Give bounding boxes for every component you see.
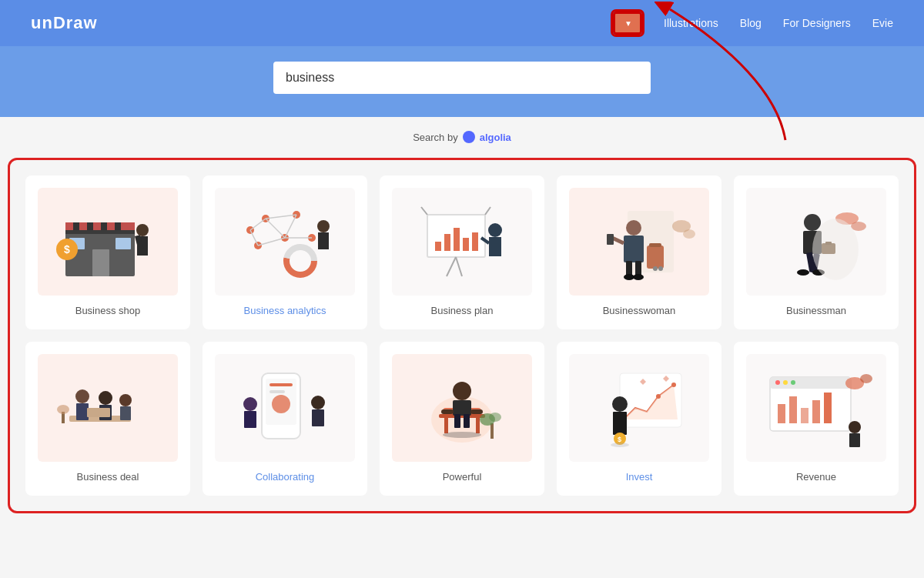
svg-rect-8 [92, 249, 109, 276]
svg-point-108 [656, 394, 661, 399]
logo: unDraw [31, 13, 98, 33]
algolia-icon [463, 131, 475, 143]
svg-rect-48 [649, 243, 661, 247]
svg-line-22 [266, 215, 296, 219]
svg-line-28 [250, 230, 258, 246]
card-invest[interactable]: $ Invest [557, 342, 721, 496]
revenue-svg [758, 362, 874, 454]
svg-rect-38 [435, 242, 441, 251]
business-shop-svg: $ [50, 195, 166, 288]
svg-point-129 [849, 421, 861, 433]
svg-rect-102 [464, 414, 470, 428]
invest-svg: $ [581, 362, 697, 454]
svg-rect-122 [778, 404, 785, 423]
svg-line-23 [266, 219, 285, 238]
card-image-business-shop: $ [38, 188, 178, 296]
svg-point-63 [804, 214, 821, 231]
svg-point-119 [775, 380, 780, 385]
svg-rect-47 [647, 246, 664, 269]
search-by-text: Search by [413, 132, 458, 143]
card-label: Business analytics [244, 305, 326, 316]
card-image-collaborating [215, 354, 355, 462]
card-image-business-plan [392, 188, 532, 296]
nav-illustrations[interactable]: Illustrations [664, 17, 718, 29]
card-image-businesswoman [569, 188, 709, 296]
card-businessman[interactable]: Businessman [734, 175, 899, 329]
powerful-svg [404, 362, 520, 454]
svg-rect-126 [824, 393, 832, 423]
card-business-analytics[interactable]: Business analytics [203, 175, 367, 329]
svg-line-25 [258, 238, 285, 246]
svg-rect-130 [849, 433, 860, 447]
svg-point-81 [57, 405, 69, 414]
svg-rect-79 [87, 408, 110, 417]
svg-rect-90 [312, 409, 324, 426]
card-label: Businesswoman [603, 305, 676, 316]
svg-point-87 [243, 397, 257, 411]
card-collaborating[interactable]: Collaborating [203, 342, 367, 496]
card-business-deal[interactable]: Business deal [25, 342, 190, 496]
svg-point-89 [311, 396, 325, 409]
svg-rect-10 [116, 238, 131, 249]
color-picker-button[interactable] [613, 12, 642, 35]
card-business-shop[interactable]: $ Business shop [25, 175, 190, 329]
svg-rect-39 [444, 234, 450, 251]
svg-rect-118 [770, 377, 851, 389]
card-image-revenue [746, 354, 886, 462]
svg-point-57 [624, 274, 634, 280]
header: unDraw Illustrations Blog For Designers … [0, 0, 924, 46]
svg-point-60 [683, 229, 695, 239]
svg-rect-125 [812, 400, 820, 423]
card-label: Collaborating [256, 471, 315, 483]
card-revenue[interactable]: Revenue [734, 342, 899, 496]
svg-line-24 [285, 215, 296, 238]
businesswoman-svg [581, 195, 697, 288]
svg-point-109 [671, 383, 676, 387]
card-image-powerful [392, 354, 532, 462]
svg-rect-41 [463, 238, 469, 251]
nav-blog[interactable]: Blog [740, 17, 762, 29]
svg-point-112 [612, 396, 628, 412]
svg-text:$: $ [64, 243, 70, 256]
nav-right: Illustrations Blog For Designers Evie [613, 12, 893, 35]
svg-rect-5 [87, 222, 93, 230]
svg-line-53 [612, 238, 624, 243]
search-input[interactable] [273, 62, 651, 94]
svg-rect-52 [624, 236, 644, 262]
svg-point-31 [317, 220, 330, 232]
business-deal-svg [50, 362, 166, 454]
svg-line-36 [421, 207, 427, 215]
card-businesswoman[interactable]: Businesswoman [557, 175, 721, 329]
svg-rect-78 [120, 406, 131, 420]
card-label: Business shop [75, 305, 141, 316]
business-analytics-svg [227, 195, 343, 288]
svg-line-34 [447, 257, 456, 276]
svg-point-62 [851, 222, 866, 231]
nav-evie[interactable]: Evie [872, 17, 893, 29]
card-business-plan[interactable]: Business plan [380, 175, 544, 329]
search-area [0, 46, 924, 117]
card-powerful[interactable]: Powerful [380, 342, 544, 496]
svg-point-43 [488, 223, 502, 237]
svg-rect-100 [470, 409, 483, 414]
svg-line-35 [456, 257, 462, 276]
search-by-label: Search by algolia [413, 123, 511, 147]
svg-line-37 [485, 207, 490, 215]
card-label: Powerful [443, 471, 482, 483]
svg-rect-88 [244, 411, 256, 428]
svg-point-77 [119, 394, 132, 406]
svg-point-69 [797, 269, 809, 276]
business-plan-svg [404, 195, 520, 288]
nav-for-designers[interactable]: For Designers [783, 17, 851, 29]
svg-rect-99 [441, 409, 454, 414]
svg-point-75 [99, 391, 112, 405]
svg-rect-42 [472, 232, 478, 251]
card-image-businessman [746, 188, 886, 296]
svg-rect-32 [318, 232, 329, 249]
svg-rect-98 [453, 400, 471, 416]
results-grid: $ Business shop [25, 175, 899, 496]
svg-point-50 [658, 266, 663, 271]
collaborating-svg [227, 362, 343, 454]
svg-point-105 [489, 413, 501, 422]
card-label: Revenue [796, 471, 836, 483]
